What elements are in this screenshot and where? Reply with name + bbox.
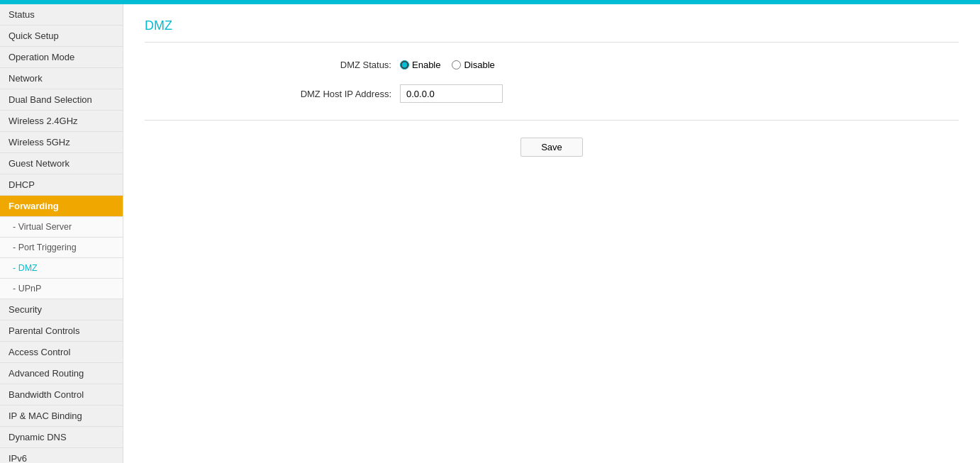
disable-radio[interactable] (452, 60, 461, 69)
disable-radio-option[interactable]: Disable (452, 60, 494, 70)
sidebar-item-wireless-5ghz[interactable]: Wireless 5GHz (0, 132, 123, 153)
dmz-status-row: DMZ Status: Enable Disable (145, 60, 959, 70)
page-title: DMZ (145, 18, 959, 33)
disable-label: Disable (464, 60, 494, 70)
dmz-status-label: DMZ Status: (286, 60, 400, 70)
sidebar-item-dhcp[interactable]: DHCP (0, 174, 123, 196)
sidebar-item-ip-mac-binding[interactable]: IP & MAC Binding (0, 406, 123, 427)
sidebar-item-quick-setup[interactable]: Quick Setup (0, 26, 123, 47)
dmz-host-ip-input[interactable] (400, 84, 503, 103)
sidebar-item-upnp[interactable]: - UPnP (0, 279, 123, 299)
dmz-host-ip-label: DMZ Host IP Address: (286, 89, 400, 99)
sidebar-item-advanced-routing[interactable]: Advanced Routing (0, 363, 123, 384)
sidebar-item-port-triggering[interactable]: - Port Triggering (0, 238, 123, 258)
dmz-host-ip-row: DMZ Host IP Address: (145, 84, 959, 103)
sidebar-item-bandwidth-control[interactable]: Bandwidth Control (0, 384, 123, 406)
sidebar-item-forwarding[interactable]: Forwarding (0, 196, 123, 217)
save-btn-row: Save (145, 138, 959, 157)
save-button[interactable]: Save (520, 138, 583, 157)
sidebar: Status Quick Setup Operation Mode Networ… (0, 4, 123, 463)
sidebar-item-security[interactable]: Security (0, 299, 123, 320)
dmz-status-radio-group: Enable Disable (400, 60, 495, 70)
top-divider (145, 42, 959, 43)
sidebar-item-dynamic-dns[interactable]: Dynamic DNS (0, 427, 123, 448)
sidebar-item-guest-network[interactable]: Guest Network (0, 153, 123, 174)
sidebar-item-operation-mode[interactable]: Operation Mode (0, 47, 123, 68)
main-content: DMZ DMZ Status: Enable Disable DMZ Host … (123, 4, 980, 463)
sidebar-item-ipv6[interactable]: IPv6 (0, 448, 123, 463)
sidebar-item-access-control[interactable]: Access Control (0, 342, 123, 363)
bottom-divider (145, 120, 959, 121)
enable-label: Enable (412, 60, 440, 70)
enable-radio-option[interactable]: Enable (400, 60, 440, 70)
sidebar-item-network[interactable]: Network (0, 68, 123, 89)
enable-radio[interactable] (400, 60, 409, 69)
sidebar-item-status[interactable]: Status (0, 4, 123, 26)
sidebar-item-dual-band-selection[interactable]: Dual Band Selection (0, 89, 123, 111)
sidebar-item-parental-controls[interactable]: Parental Controls (0, 320, 123, 342)
sidebar-item-dmz[interactable]: - DMZ (0, 258, 123, 279)
sidebar-item-wireless-24ghz[interactable]: Wireless 2.4GHz (0, 111, 123, 132)
sidebar-item-virtual-server[interactable]: - Virtual Server (0, 217, 123, 238)
